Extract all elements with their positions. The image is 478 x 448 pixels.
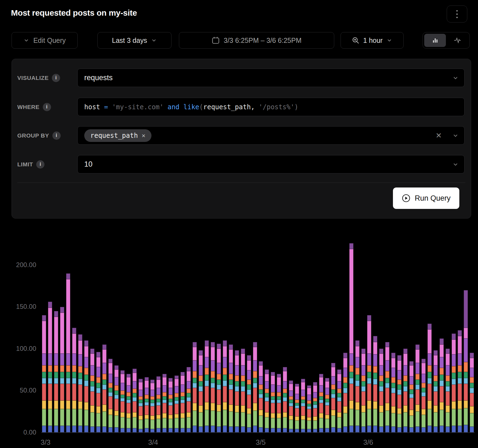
bar[interactable] — [102, 345, 106, 432]
bar[interactable] — [168, 378, 173, 432]
bar[interactable] — [72, 328, 76, 432]
bar[interactable] — [145, 377, 149, 432]
bar[interactable] — [367, 315, 371, 432]
bar[interactable] — [470, 353, 474, 432]
bar[interactable] — [440, 338, 444, 432]
bar[interactable] — [397, 355, 401, 432]
bar[interactable] — [133, 369, 137, 432]
bar[interactable] — [295, 384, 299, 432]
bar[interactable] — [343, 353, 347, 432]
bar[interactable] — [42, 315, 46, 432]
bar[interactable] — [385, 342, 389, 432]
bar[interactable] — [428, 324, 432, 432]
bar[interactable] — [120, 370, 125, 432]
run-query-button[interactable]: Run Query — [393, 187, 459, 209]
where-input[interactable]: host = 'my-site.com' and like(request_pa… — [77, 98, 465, 116]
bar[interactable] — [162, 374, 167, 432]
bar-segment — [199, 405, 203, 412]
bar[interactable] — [307, 385, 311, 432]
bar[interactable] — [90, 349, 94, 432]
bar[interactable] — [271, 372, 275, 432]
bar[interactable] — [464, 290, 468, 432]
bar[interactable] — [277, 374, 281, 432]
bar[interactable] — [355, 340, 359, 432]
bar[interactable] — [66, 273, 70, 432]
bar[interactable] — [247, 355, 251, 432]
bar[interactable] — [301, 379, 305, 432]
info-icon[interactable]: i — [52, 74, 60, 82]
info-icon[interactable]: i — [43, 103, 51, 111]
bar[interactable] — [199, 350, 203, 432]
bar[interactable] — [337, 369, 341, 432]
bar[interactable] — [415, 345, 420, 432]
bar[interactable] — [325, 378, 329, 432]
bar[interactable] — [331, 363, 335, 432]
bar[interactable] — [403, 349, 407, 432]
bar[interactable] — [361, 349, 365, 432]
bar[interactable] — [265, 369, 269, 432]
bar[interactable] — [193, 342, 197, 432]
group-by-chip[interactable]: request_path ✕ — [84, 129, 151, 142]
bar[interactable] — [187, 367, 191, 432]
bar[interactable] — [78, 334, 82, 432]
close-icon[interactable]: ✕ — [142, 132, 145, 139]
bar[interactable] — [211, 342, 215, 432]
date-range-button[interactable]: 3/3 6:25PM – 3/6 6:25PM — [179, 32, 334, 49]
clear-icon[interactable]: ✕ — [435, 132, 442, 139]
bar-segment — [409, 385, 414, 390]
bar[interactable] — [181, 372, 185, 432]
zoom-interval-select[interactable]: 1 hour — [341, 32, 404, 49]
bar[interactable] — [319, 374, 323, 432]
group-by-select[interactable]: request_path ✕ ✕ — [77, 126, 465, 145]
info-icon[interactable]: i — [36, 160, 44, 169]
bar[interactable] — [283, 367, 287, 432]
bar[interactable] — [48, 302, 52, 432]
bar[interactable] — [421, 359, 426, 432]
bar[interactable] — [409, 361, 414, 432]
visualize-select[interactable]: requests — [77, 69, 465, 87]
bar[interactable] — [289, 380, 293, 432]
time-range-select[interactable]: Last 3 days — [97, 32, 171, 49]
bar[interactable] — [434, 350, 438, 432]
bar[interactable] — [60, 307, 64, 432]
bar[interactable] — [259, 361, 263, 432]
bar[interactable] — [114, 365, 119, 432]
bar[interactable] — [54, 311, 58, 432]
bar[interactable] — [156, 376, 161, 432]
bar[interactable] — [379, 349, 383, 432]
bar[interactable] — [223, 340, 227, 432]
bar[interactable] — [96, 352, 100, 432]
bar[interactable] — [217, 344, 221, 432]
bar[interactable] — [175, 376, 179, 432]
bar-segment — [120, 428, 125, 432]
bar[interactable] — [108, 359, 113, 432]
bar[interactable] — [241, 349, 245, 432]
bar[interactable] — [205, 340, 209, 432]
bar[interactable] — [235, 350, 239, 432]
limit-select[interactable]: 10 — [77, 155, 465, 173]
bar[interactable] — [391, 353, 395, 432]
bar-segment — [145, 428, 149, 432]
bar-segment — [385, 371, 389, 378]
bar[interactable] — [84, 340, 88, 432]
bar[interactable] — [349, 243, 353, 432]
bar-chart-toggle[interactable] — [424, 34, 446, 47]
bar-segment — [205, 346, 209, 357]
bar-segment — [241, 354, 245, 365]
bar[interactable] — [452, 334, 456, 432]
bar[interactable] — [458, 330, 462, 432]
bar[interactable] — [446, 349, 450, 432]
bar[interactable] — [139, 379, 143, 432]
bar[interactable] — [126, 374, 131, 432]
bar[interactable] — [253, 342, 257, 432]
bar-segment — [60, 401, 64, 409]
info-icon[interactable]: i — [52, 131, 61, 140]
bar[interactable] — [150, 380, 154, 432]
more-menu-button[interactable] — [447, 5, 467, 23]
edit-query-button[interactable]: Edit Query — [12, 32, 78, 49]
bar[interactable] — [229, 345, 233, 432]
line-chart-toggle[interactable] — [446, 34, 468, 47]
bar[interactable] — [313, 382, 317, 432]
bar[interactable] — [373, 336, 377, 432]
bar-segment — [42, 401, 46, 409]
